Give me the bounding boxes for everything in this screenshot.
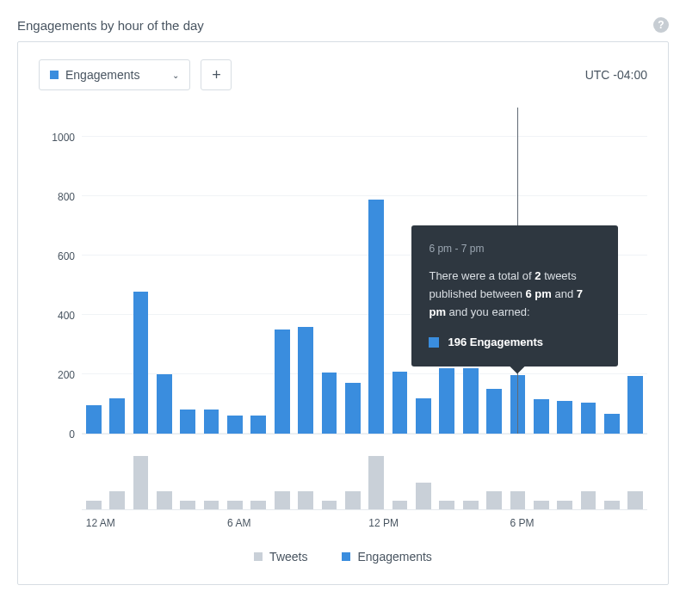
metric-label: Engagements xyxy=(65,68,139,82)
x-tick: 12 PM xyxy=(368,517,399,529)
engagement-bar[interactable] xyxy=(581,403,596,434)
tweet-bar[interactable] xyxy=(157,491,172,509)
y-tick: 0 xyxy=(69,428,75,440)
swatch-icon xyxy=(254,552,263,561)
tweet-bar[interactable] xyxy=(581,491,596,509)
tweet-bar[interactable] xyxy=(416,483,431,509)
swatch-icon xyxy=(342,552,350,561)
x-axis: 12 AM6 AM12 PM6 PM xyxy=(82,517,647,533)
engagement-bar[interactable] xyxy=(463,368,479,434)
chart-panel: Engagements ⌄ + UTC -04:00 0200400600800… xyxy=(17,41,669,585)
engagement-bar[interactable] xyxy=(486,389,502,434)
tweet-bar[interactable] xyxy=(133,456,149,509)
engagement-bar[interactable] xyxy=(298,327,313,434)
tweet-bar[interactable] xyxy=(463,501,479,509)
y-tick: 400 xyxy=(58,310,75,322)
engagement-bar[interactable] xyxy=(604,414,620,434)
metric-swatch-icon xyxy=(50,71,59,79)
tweet-bar[interactable] xyxy=(275,491,290,509)
plot-area[interactable]: 6 pm - 7 pmThere were a total of 2 tweet… xyxy=(82,108,647,434)
engagement-bar[interactable] xyxy=(557,401,572,434)
tweets-bar-chart[interactable] xyxy=(39,450,647,510)
tweet-bar[interactable] xyxy=(534,501,549,509)
tweet-bar[interactable] xyxy=(250,501,266,509)
tweet-bar[interactable] xyxy=(109,491,125,509)
engagement-bar[interactable] xyxy=(133,292,149,434)
tweet-bar[interactable] xyxy=(627,491,643,509)
engagement-bar[interactable] xyxy=(275,330,290,434)
page-title: Engagements by hour of the day xyxy=(17,18,204,33)
engagement-bar[interactable] xyxy=(368,200,384,434)
y-tick: 200 xyxy=(58,369,75,381)
tweet-bar[interactable] xyxy=(486,491,502,509)
x-tick: 12 AM xyxy=(86,517,115,529)
tooltip-title: 6 pm - 7 pm xyxy=(429,241,601,257)
engagement-bar[interactable] xyxy=(392,372,408,434)
engagement-bar[interactable] xyxy=(204,410,219,434)
lower-plot-area[interactable] xyxy=(82,450,647,510)
engagement-bar[interactable] xyxy=(439,368,454,434)
engagements-bar-chart[interactable]: 02004006008001000 6 pm - 7 pmThere were … xyxy=(39,108,647,434)
tweet-bar[interactable] xyxy=(557,501,572,509)
engagement-bar[interactable] xyxy=(534,399,549,434)
tooltip: 6 pm - 7 pmThere were a total of 2 tweet… xyxy=(411,225,618,367)
engagement-bar[interactable] xyxy=(322,373,337,434)
add-metric-button[interactable]: + xyxy=(201,59,232,90)
chevron-down-icon: ⌄ xyxy=(172,71,179,80)
engagement-bar[interactable] xyxy=(250,416,266,434)
y-tick: 600 xyxy=(58,250,75,262)
tweet-bar[interactable] xyxy=(439,501,454,509)
tweet-bar[interactable] xyxy=(86,501,102,509)
engagement-bar[interactable] xyxy=(109,398,125,434)
engagement-bar[interactable] xyxy=(86,405,102,434)
legend-tweets: Tweets xyxy=(254,550,307,564)
tweet-bar[interactable] xyxy=(227,501,243,509)
legend-engagements: Engagements xyxy=(342,550,431,564)
tweet-bar[interactable] xyxy=(204,501,219,509)
tweet-bar[interactable] xyxy=(298,491,313,509)
engagement-bar[interactable] xyxy=(180,410,195,434)
tweet-bar[interactable] xyxy=(345,491,361,509)
engagement-bar[interactable] xyxy=(627,376,643,434)
y-tick: 800 xyxy=(58,191,75,203)
swatch-icon xyxy=(429,337,439,348)
engagement-bar[interactable] xyxy=(227,416,243,434)
tweet-bar[interactable] xyxy=(322,501,337,509)
metric-dropdown[interactable]: Engagements ⌄ xyxy=(39,59,190,90)
x-tick: 6 PM xyxy=(510,517,535,529)
engagement-bar[interactable] xyxy=(157,374,172,434)
tweet-bar[interactable] xyxy=(392,501,408,509)
y-axis: 02004006008001000 xyxy=(39,108,82,434)
tweet-bar[interactable] xyxy=(180,501,195,509)
engagement-bar[interactable] xyxy=(416,398,431,434)
timezone-label: UTC -04:00 xyxy=(585,68,647,82)
help-icon[interactable]: ? xyxy=(653,17,669,33)
x-tick: 6 AM xyxy=(227,517,250,529)
legend: Tweets Engagements xyxy=(39,550,647,564)
tweet-bar[interactable] xyxy=(510,491,526,509)
tweet-bar[interactable] xyxy=(604,501,620,509)
tooltip-body: There were a total of 2 tweets published… xyxy=(429,268,601,321)
y-tick: 1000 xyxy=(52,132,75,144)
tooltip-metric: 196 Engagements xyxy=(429,334,601,352)
tweet-bar[interactable] xyxy=(368,456,384,509)
engagement-bar[interactable] xyxy=(345,383,361,434)
